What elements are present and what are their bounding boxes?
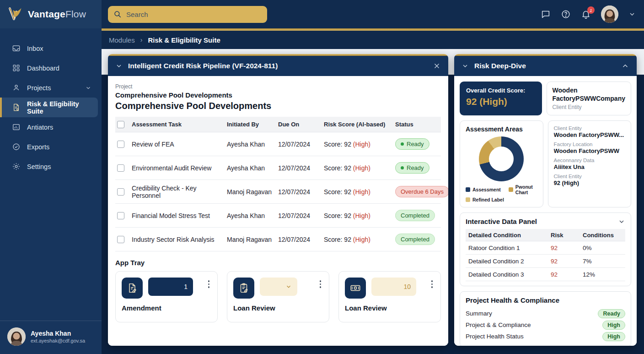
topbar-avatar[interactable] xyxy=(601,5,618,23)
app-tray-card[interactable]: Loan Review xyxy=(227,271,329,322)
app-tray-card[interactable]: 10Loan Review xyxy=(338,271,441,322)
data-panel-header-row: Detailed ConditionRiskConditions xyxy=(466,229,625,241)
collapse-chevron-down-icon[interactable] xyxy=(115,62,123,70)
client-entity-name: Wooden FactoryPSWWCompany xyxy=(553,87,625,103)
data-panel-row[interactable]: Detailed Condition 39212% xyxy=(466,268,625,281)
app-tray-card[interactable]: 1Amendment xyxy=(115,271,218,322)
close-icon[interactable] xyxy=(433,62,441,70)
health-label: Summary xyxy=(466,310,492,317)
row-checkbox[interactable] xyxy=(117,236,124,243)
sidebar-item-settings[interactable]: Settings xyxy=(0,157,98,176)
sidebar-item-projects[interactable]: Projects xyxy=(0,78,98,98)
status-cell: Completed xyxy=(395,231,441,248)
chat-icon[interactable] xyxy=(541,9,551,19)
status-cell: Ready xyxy=(395,159,441,176)
sidebar-user[interactable]: Ayesha Khan ext.ayeshak@cdf.gov.sa xyxy=(0,321,102,354)
status-badge: Overdue 6 Days xyxy=(395,186,448,197)
brand-logo[interactable]: VantageFlow xyxy=(0,0,102,28)
risk-score-cell: Score: 92 (High) xyxy=(324,233,395,246)
search-box[interactable] xyxy=(108,6,267,23)
breadcrumb-modules[interactable]: Modules xyxy=(109,36,135,44)
risk-level-high: (High) xyxy=(353,212,370,219)
status-badge: Ready xyxy=(395,162,429,174)
table-row[interactable]: Credibility Check - Key PersonnelManoj R… xyxy=(115,180,441,204)
sidebar-item-label: Risk & Eligibility Suite xyxy=(27,100,91,115)
pipeline-panel-title: Intelligent Credit Risk Pipeline (VF-202… xyxy=(128,62,278,70)
detail-pair: Client EntityWooden FactoryPSWW... xyxy=(554,125,626,138)
sidebar-item-dashboard[interactable]: Dashboard xyxy=(0,58,98,78)
table-row[interactable]: Financial Model Stress TestAyesha Khan12… xyxy=(115,204,441,228)
help-icon[interactable] xyxy=(561,9,571,19)
collapse-chevron-up-icon[interactable] xyxy=(621,62,629,70)
gear-icon xyxy=(12,162,21,171)
row-checkbox[interactable] xyxy=(117,141,124,148)
health-row: SummaryReady xyxy=(466,308,625,319)
detail-value: Aiiitex Una xyxy=(554,163,626,170)
task-name-cell: Environmental Audit Review xyxy=(132,162,227,174)
health-row: Project Health StatusHigh xyxy=(466,331,625,342)
initiated-by-cell: Ayesha Khan xyxy=(227,138,278,151)
collapse-chevron-down-icon[interactable] xyxy=(462,62,469,70)
detail-pair: Factory LocationWooden FactoryPSWW xyxy=(554,142,626,154)
due-on-cell: 12/07/2024 xyxy=(278,209,324,222)
breadcrumb: Modules › Risk & Eligibility Suite xyxy=(102,31,644,49)
conditions-cell: 12% xyxy=(583,271,623,278)
sidebar-item-inbox[interactable]: Inbox xyxy=(0,38,98,58)
risk-score-cell: Score: 92 (High) xyxy=(324,185,395,198)
dashboard-icon xyxy=(12,64,21,72)
sidebar-item-antiators[interactable]: Antiators xyxy=(0,117,98,137)
table-row[interactable]: Environmental Audit ReviewAyesha Khan12/… xyxy=(115,156,441,180)
project-health-card: Project Health & Compliance SummaryReady… xyxy=(460,291,631,346)
app-tile xyxy=(233,278,254,299)
bell-icon[interactable]: 1 xyxy=(581,9,591,19)
column-header: Assessment Task xyxy=(132,118,227,131)
sidebar-item-label: Exports xyxy=(27,143,49,151)
sidebar-item-risk-eligibility-suite[interactable]: Risk & Eligibility Suite xyxy=(0,98,98,117)
donut-legend: AssessmentPwonut ChartRefined Label xyxy=(466,184,537,202)
health-label: Project & & Compliance xyxy=(466,321,531,328)
task-name-cell: Industry Sector Risk Analysis xyxy=(132,233,227,246)
health-status-badge: Ready xyxy=(598,309,625,318)
table-row[interactable]: Industry Sector Risk AnalysisManoj Ragav… xyxy=(115,228,441,251)
user-name: Ayesha Khan xyxy=(31,330,85,337)
header-checkbox-cell xyxy=(115,118,132,131)
checkbox-cell xyxy=(115,209,132,222)
kebab-menu-icon[interactable] xyxy=(318,278,323,291)
risk-level-high: (High) xyxy=(353,141,370,148)
legend-item: Pwonut Chart xyxy=(509,184,537,195)
data-panel-row[interactable]: Ratoor Condition 1920% xyxy=(466,241,625,255)
assessment-areas-title: Assessment Areas xyxy=(466,125,537,133)
kebab-menu-icon[interactable] xyxy=(206,278,212,291)
profile-chevron-down-icon[interactable] xyxy=(628,11,636,18)
checkbox-cell xyxy=(115,233,132,246)
condition-cell: Detailed Condition 3 xyxy=(468,271,551,278)
interactive-data-panel-card: Interactive Data Panel Detailed Conditio… xyxy=(460,212,631,286)
detail-label: Client Entity xyxy=(554,125,626,131)
row-checkbox[interactable] xyxy=(117,212,124,219)
detail-value: Wooden FactoryPSWW... xyxy=(554,131,626,138)
risk-cell: 92 xyxy=(551,258,583,265)
due-on-cell: 12/07/2024 xyxy=(278,138,324,151)
row-checkbox[interactable] xyxy=(117,188,124,196)
app-card-label: Loan Review xyxy=(233,304,323,312)
search-input[interactable] xyxy=(126,11,245,18)
chevron-down-icon[interactable] xyxy=(618,218,625,225)
row-checkbox[interactable] xyxy=(117,164,124,172)
kebab-menu-icon[interactable] xyxy=(429,278,435,291)
sidebar-item-label: Dashboard xyxy=(27,65,59,72)
column-header: Risk xyxy=(551,232,583,239)
app-card-label: Loan Review xyxy=(345,304,435,312)
table-row[interactable]: Review of FEAAyesha Khan12/07/2024Score:… xyxy=(115,132,441,156)
legend-item: Refined Label xyxy=(466,197,504,202)
legend-swatch xyxy=(466,187,470,192)
select-all-checkbox[interactable] xyxy=(117,121,124,128)
sidebar-item-exports[interactable]: Exports xyxy=(0,137,98,157)
data-panel-row[interactable]: Detailed Condition 2927% xyxy=(466,255,625,268)
health-status-badge: High xyxy=(602,321,625,330)
detail-label: Client Entity xyxy=(554,174,626,179)
app-badge[interactable] xyxy=(260,278,297,296)
search-icon xyxy=(113,10,122,18)
risk-score-cell: Score: 92 (High) xyxy=(324,162,395,174)
person-icon xyxy=(12,83,21,92)
app-tile xyxy=(345,278,366,299)
